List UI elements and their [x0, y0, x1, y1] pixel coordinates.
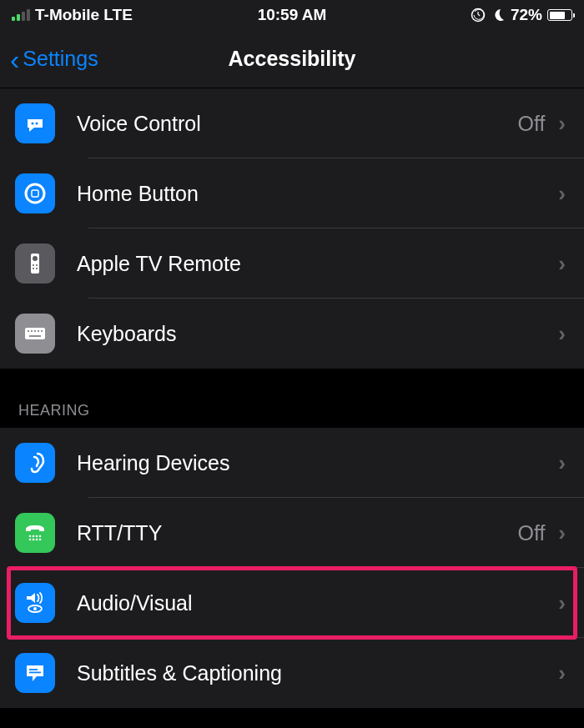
chevron-right-icon: › [558, 520, 566, 546]
carrier-label: T-Mobile LTE [35, 6, 133, 24]
row-label: Voice Control [77, 112, 517, 136]
row-subtitles[interactable]: Subtitles & Captioning › [0, 638, 584, 708]
chevron-right-icon: › [558, 181, 566, 207]
row-label: Subtitles & Captioning [77, 661, 555, 685]
row-value: Off [517, 112, 545, 136]
row-home-button[interactable]: Home Button › [0, 158, 584, 228]
remote-icon [15, 244, 55, 284]
row-value: Off [517, 521, 545, 545]
status-left: T-Mobile LTE [12, 6, 133, 24]
svg-point-1 [32, 123, 34, 125]
time-label: 10:59 AM [258, 6, 327, 24]
back-button[interactable]: ‹ Settings [10, 45, 98, 73]
svg-point-6 [33, 256, 38, 261]
svg-rect-14 [34, 330, 36, 332]
moon-icon [491, 8, 506, 23]
svg-rect-12 [28, 330, 29, 332]
row-hearing-devices[interactable]: Hearing Devices › [0, 428, 584, 498]
svg-rect-16 [41, 330, 43, 332]
svg-point-9 [33, 268, 34, 269]
tty-icon [15, 513, 55, 553]
svg-rect-15 [38, 330, 39, 332]
svg-rect-11 [25, 328, 45, 339]
nav-bar: ‹ Settings Accessibility [0, 30, 584, 88]
row-voice-control[interactable]: Voice Control Off › [0, 88, 584, 158]
svg-point-20 [36, 535, 38, 538]
ear-icon [15, 443, 55, 483]
chevron-left-icon: ‹ [10, 45, 19, 73]
svg-point-3 [26, 184, 44, 203]
svg-rect-28 [29, 669, 38, 670]
svg-point-2 [36, 123, 38, 125]
chevron-right-icon: › [558, 660, 566, 686]
svg-point-19 [33, 535, 35, 538]
row-label: Apple TV Remote [77, 252, 555, 276]
battery-label: 72% [511, 6, 542, 24]
svg-point-7 [33, 264, 34, 266]
row-label: Home Button [77, 182, 555, 206]
row-audio-visual[interactable]: Audio/Visual › [0, 568, 584, 638]
orientation-lock-icon [471, 8, 486, 23]
svg-point-24 [36, 539, 38, 541]
section-header-hearing: HEARING [0, 369, 584, 428]
section-physical: Voice Control Off › Home Button › Apple … [0, 88, 584, 369]
chevron-right-icon: › [558, 251, 566, 277]
svg-point-21 [39, 535, 42, 538]
chevron-right-icon: › [558, 590, 566, 616]
svg-point-18 [29, 535, 32, 538]
svg-rect-13 [31, 330, 33, 332]
svg-rect-4 [32, 190, 38, 197]
row-keyboards[interactable]: Keyboards › [0, 299, 584, 369]
chevron-right-icon: › [558, 450, 566, 476]
section-hearing: Hearing Devices › RTT/TTY Off › Audio/Vi… [0, 428, 584, 708]
keyboard-icon [15, 314, 55, 354]
back-label: Settings [23, 47, 98, 71]
row-label: Hearing Devices [77, 451, 555, 475]
voice-control-icon [15, 103, 55, 143]
status-bar: T-Mobile LTE 10:59 AM 72% [0, 0, 584, 30]
home-button-icon [15, 173, 55, 213]
svg-rect-29 [29, 672, 41, 674]
row-rtt-tty[interactable]: RTT/TTY Off › [0, 498, 584, 568]
row-label: Keyboards [77, 322, 555, 346]
status-right: 72% [471, 6, 572, 24]
svg-point-10 [36, 268, 38, 269]
chevron-right-icon: › [558, 321, 566, 347]
row-label: RTT/TTY [77, 521, 517, 545]
chevron-right-icon: › [558, 111, 566, 137]
audio-visual-icon [15, 583, 55, 623]
svg-rect-17 [29, 335, 41, 337]
svg-point-23 [33, 539, 35, 541]
svg-point-27 [33, 607, 37, 610]
signal-icon [12, 9, 30, 21]
svg-point-22 [29, 539, 32, 541]
battery-icon [547, 9, 572, 21]
row-label: Audio/Visual [77, 591, 555, 615]
svg-point-8 [36, 264, 38, 266]
row-apple-tv-remote[interactable]: Apple TV Remote › [0, 228, 584, 299]
page-title: Accessibility [229, 47, 356, 71]
subtitles-icon [15, 653, 55, 693]
svg-point-25 [39, 539, 42, 541]
